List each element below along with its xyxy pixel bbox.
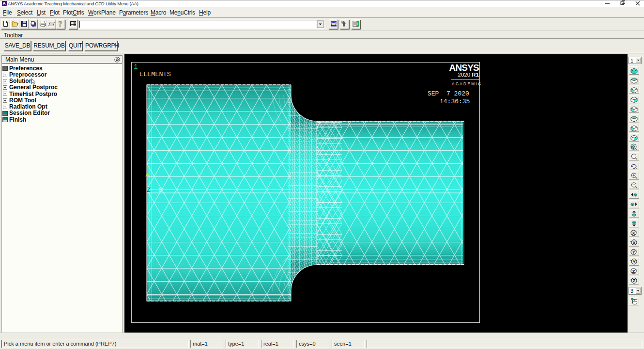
svg-text:2020 R1: 2020 R1: [458, 72, 479, 78]
svg-text:SEP 7 2020: SEP 7 2020: [428, 90, 469, 97]
svg-text:Z: Z: [147, 187, 151, 194]
svg-text:1: 1: [630, 58, 633, 63]
svg-text:?: ?: [59, 20, 62, 28]
svg-text:Y: Y: [633, 259, 636, 264]
svg-text:X: X: [158, 187, 162, 194]
svg-text:Y: Y: [632, 249, 636, 254]
svg-text:14:36:35: 14:36:35: [440, 98, 470, 105]
svg-text:1: 1: [134, 63, 138, 71]
svg-text:X: X: [632, 230, 635, 236]
svg-text:3: 3: [630, 288, 633, 294]
svg-text:X: X: [632, 240, 636, 245]
svg-text:ELEMENTS: ELEMENTS: [139, 71, 171, 78]
svg-text:c: c: [341, 20, 343, 24]
svg-text:ANSYS: ANSYS: [449, 63, 479, 73]
svg-text:Z: Z: [633, 278, 636, 283]
svg-text:ACADEMIC: ACADEMIC: [452, 81, 482, 86]
svg-text:Z: Z: [632, 269, 635, 274]
